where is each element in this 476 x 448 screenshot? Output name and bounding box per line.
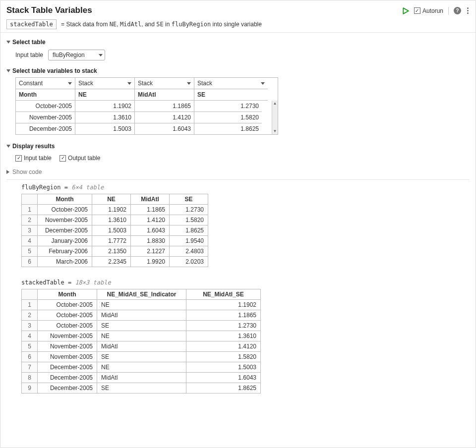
table-row: 6November-2005SE1.5820 bbox=[22, 352, 261, 362]
autorun-toggle[interactable]: ✓ Autorun bbox=[414, 7, 443, 14]
col-header: Month bbox=[16, 89, 75, 101]
output-result-table: Month NE_MidAtl_SE_Indicator NE_MidAtl_S… bbox=[21, 289, 261, 393]
output-table-checkbox[interactable]: ✓ Output table bbox=[60, 155, 100, 162]
stack-type-select[interactable]: Stack bbox=[135, 78, 194, 89]
table-row: 8December-2005MidAtl1.6043 bbox=[22, 373, 261, 383]
table-row: 3October-2005SE1.2730 bbox=[22, 321, 261, 331]
scroll-up-icon: ▲ bbox=[273, 102, 277, 106]
table-row: 9December-2005SE1.8625 bbox=[22, 383, 261, 393]
checkbox-icon: ✓ bbox=[60, 155, 66, 162]
autorun-checkbox[interactable]: ✓ bbox=[414, 7, 420, 14]
run-button[interactable] bbox=[402, 7, 409, 14]
input-result-table: Month NE MidAtl SE 1October-20051.19021.… bbox=[21, 194, 208, 267]
table-header: Month NE MidAtl SE bbox=[22, 194, 208, 205]
table-row: 6March-20062.23451.99202.0203 bbox=[22, 257, 208, 267]
corner-cell bbox=[22, 194, 38, 205]
input-table-row: Input table fluByRegion bbox=[6, 49, 470, 64]
scrollbar[interactable]: ▲ ▼ bbox=[272, 101, 278, 134]
section-select-vars[interactable]: Select table variables to stack bbox=[6, 64, 470, 77]
chevron-down-icon bbox=[99, 54, 103, 56]
expand-icon bbox=[6, 170, 9, 174]
result-caption: fluByRegion = 6×4 table bbox=[21, 184, 470, 191]
stack-vars-table: Constant Stack Stack Stack Month NE MidA… bbox=[15, 77, 278, 135]
more-menu-button[interactable] bbox=[466, 6, 470, 15]
input-table-label: Input table bbox=[15, 52, 43, 58]
task-title: Stack Table Variables bbox=[6, 5, 402, 15]
table-row: 4January-20061.77721.88301.9540 bbox=[22, 236, 208, 246]
table-row: 1October-2005NE1.1902 bbox=[22, 300, 261, 310]
col-header: MidAtl bbox=[135, 89, 194, 101]
task-description: = Stack data from NE, MidAtl, and SE in … bbox=[61, 21, 262, 28]
stack-type-select[interactable]: Stack bbox=[75, 78, 135, 89]
table-row: 3December-20051.50031.60431.8625 bbox=[22, 225, 208, 236]
table-row: 2November-20051.36101.41201.5820 bbox=[22, 215, 208, 225]
checkbox-icon: ✓ bbox=[15, 155, 22, 162]
chevron-down-icon bbox=[261, 82, 265, 85]
table-row: 5November-2005MidAtl1.4120 bbox=[22, 341, 261, 352]
stack-rows: October-2005 1.1902 1.1865 1.2730 Novemb… bbox=[16, 101, 272, 134]
stack-type-select[interactable]: Stack bbox=[194, 78, 268, 89]
table-row: November-2005 1.3610 1.4120 1.5820 bbox=[16, 112, 272, 123]
input-table-checkbox[interactable]: ✓ Input table bbox=[15, 155, 52, 162]
result-caption: stackedTable = 18×3 table bbox=[21, 279, 470, 286]
corner-cell bbox=[22, 289, 38, 300]
collapse-icon bbox=[6, 69, 10, 72]
stack-body: October-2005 1.1902 1.1865 1.2730 Novemb… bbox=[16, 101, 278, 134]
chevron-down-icon bbox=[187, 82, 191, 85]
input-table-select[interactable]: fluByRegion bbox=[48, 50, 105, 60]
stack-header-row: Month NE MidAtl SE bbox=[16, 89, 278, 101]
task-summary: stackedTable = Stack data from NE, MidAt… bbox=[6, 19, 402, 29]
section-select-table[interactable]: Select table bbox=[6, 36, 470, 49]
section-display-results[interactable]: Display results bbox=[6, 140, 470, 153]
divider bbox=[448, 7, 449, 15]
stack-type-row: Constant Stack Stack Stack bbox=[16, 78, 278, 89]
output-variable-name[interactable]: stackedTable bbox=[6, 19, 57, 29]
help-button[interactable]: ? bbox=[454, 7, 461, 14]
col-header: NE bbox=[75, 89, 135, 101]
collapse-icon bbox=[6, 41, 10, 44]
table-row: 5February-20062.13502.12272.4803 bbox=[22, 246, 208, 257]
autorun-label: Autorun bbox=[422, 7, 443, 14]
table-header: Month NE_MidAtl_SE_Indicator NE_MidAtl_S… bbox=[22, 289, 261, 300]
stack-type-select[interactable]: Constant bbox=[16, 78, 75, 89]
show-code-toggle[interactable]: Show code bbox=[6, 167, 470, 179]
col-header: SE bbox=[194, 89, 268, 101]
header-left: Stack Table Variables stackedTable = Sta… bbox=[6, 5, 402, 29]
chevron-down-icon bbox=[127, 82, 131, 85]
task-panel: Stack Table Variables stackedTable = Sta… bbox=[0, 0, 476, 448]
results-area: fluByRegion = 6×4 table Month NE MidAtl … bbox=[6, 179, 470, 393]
body: Select table Input table fluByRegion Sel… bbox=[0, 33, 476, 448]
header: Stack Table Variables stackedTable = Sta… bbox=[0, 0, 476, 32]
header-actions: ✓ Autorun ? bbox=[402, 5, 470, 15]
scroll-down-icon: ▼ bbox=[273, 129, 277, 133]
table-row: 7December-2005NE1.5003 bbox=[22, 362, 261, 373]
table-row: 2October-2005MidAtl1.1865 bbox=[22, 310, 261, 321]
table-row: 1October-20051.19021.18651.2730 bbox=[22, 205, 208, 215]
table-row: 4November-2005NE1.3610 bbox=[22, 331, 261, 341]
chevron-down-icon bbox=[68, 82, 72, 85]
collapse-icon bbox=[6, 145, 10, 148]
table-row: October-2005 1.1902 1.1865 1.2730 bbox=[16, 101, 272, 112]
table-row: December-2005 1.5003 1.6043 1.8625 bbox=[16, 123, 272, 134]
display-options: ✓ Input table ✓ Output table bbox=[6, 153, 470, 167]
